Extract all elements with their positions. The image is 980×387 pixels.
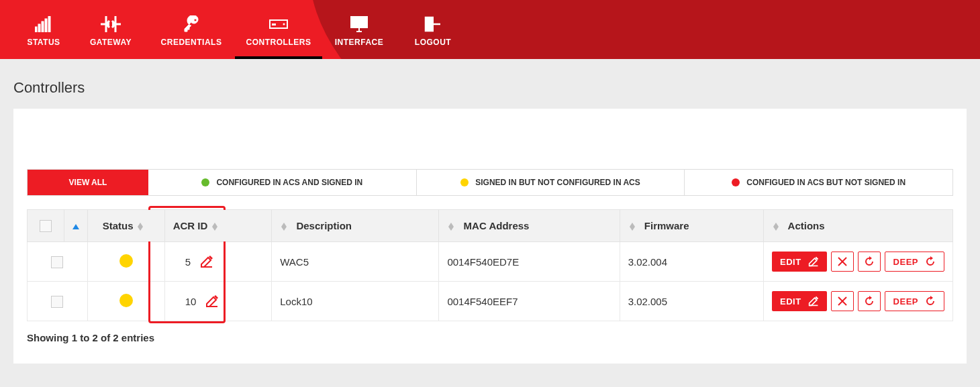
close-icon — [837, 296, 848, 307]
header-label: Firmware — [644, 220, 689, 231]
edit-acr-button[interactable] — [200, 255, 213, 268]
header-label: Actions — [788, 220, 825, 231]
nav-controllers[interactable]: CONTROLLERS — [235, 0, 322, 59]
bars-signal-icon — [35, 12, 52, 36]
nav-label: CONTROLLERS — [246, 38, 311, 47]
sort-icon — [138, 223, 143, 231]
edit-acr-button[interactable] — [205, 294, 219, 308]
table-row: 10 Lock10 0014F540EEF7 3.02.005 EDIT — [28, 282, 953, 321]
row-status-cell — [87, 282, 164, 321]
sort-asc-icon — [72, 224, 79, 229]
header-label: Description — [296, 220, 352, 231]
header-mac[interactable]: MAC Address — [439, 210, 620, 242]
svg-marker-39 — [869, 296, 872, 300]
row-status-cell — [87, 242, 164, 282]
header-firmware[interactable]: Firmware — [620, 210, 763, 242]
filter-signed-not-configured[interactable]: SIGNED IN BUT NOT CONFIGURED IN ACS — [417, 170, 685, 195]
checkbox-icon — [51, 296, 63, 308]
nav-status[interactable]: STATUS — [13, 0, 74, 59]
edit-button[interactable]: EDIT — [772, 291, 827, 311]
nav-credentials[interactable]: CREDENTIALS — [148, 0, 235, 59]
svg-marker-16 — [72, 224, 79, 229]
sort-icon — [448, 223, 454, 231]
filter-configured-not-signed[interactable]: CONFIGUED IN ACS BUT NOT SIGNED IN — [685, 170, 952, 195]
nav-logout[interactable]: LOGOUT — [396, 0, 470, 59]
header-label: MAC Address — [464, 220, 530, 231]
row-acr-cell: 10 — [164, 282, 272, 321]
row-firmware: 3.02.004 — [620, 242, 763, 282]
button-label: EDIT — [780, 257, 801, 267]
header-label: Status — [103, 220, 134, 231]
header-description[interactable]: Description — [272, 210, 439, 242]
svg-marker-34 — [930, 256, 933, 260]
row-actions: EDIT DEEP — [763, 242, 952, 282]
svg-marker-24 — [448, 227, 454, 231]
controllers-table: Status ACR ID Description MAC Address — [27, 209, 953, 321]
delete-button[interactable] — [831, 291, 854, 311]
top-nav: STATUS GATEWAY CREDENTIALS CONTROLLERS I… — [0, 0, 980, 59]
svg-rect-10 — [272, 23, 276, 25]
svg-rect-2 — [42, 21, 44, 32]
restart-icon — [864, 296, 875, 307]
restart-icon — [864, 256, 875, 267]
header-checkbox[interactable] — [28, 210, 64, 242]
gateway-icon — [101, 12, 121, 36]
showing-entries: Showing 1 to 2 of 2 entries — [27, 332, 953, 343]
dot-green-icon — [201, 178, 209, 186]
row-firmware: 3.02.005 — [620, 282, 763, 321]
delete-button[interactable] — [831, 252, 854, 272]
nav-label: INTERFACE — [335, 38, 384, 47]
header-sort-indicator[interactable] — [64, 210, 87, 242]
sort-icon — [212, 223, 217, 231]
nav-gateway[interactable]: GATEWAY — [74, 0, 148, 59]
svg-point-11 — [283, 23, 285, 25]
svg-rect-12 — [351, 17, 367, 27]
filter-configured-signed-in[interactable]: CONFIGURED IN ACS AND SIGNED IN — [148, 170, 417, 195]
row-checkbox-cell[interactable] — [28, 282, 88, 321]
status-dot-yellow-icon — [119, 254, 133, 268]
filter-label: CONFIGURED IN ACS AND SIGNED IN — [216, 178, 362, 187]
svg-marker-18 — [138, 227, 143, 231]
restart-icon — [925, 296, 936, 307]
row-mac: 0014F540EEF7 — [439, 282, 620, 321]
dot-yellow-icon — [460, 178, 469, 186]
pencil-icon — [808, 296, 819, 307]
restart-button[interactable] — [858, 252, 881, 272]
page-title: Controllers — [0, 59, 980, 109]
filter-tabs: VIEW ALL CONFIGURED IN ACS AND SIGNED IN… — [27, 169, 953, 196]
deep-button[interactable]: DEEP — [885, 291, 944, 311]
restart-button[interactable] — [858, 291, 881, 311]
svg-rect-1 — [38, 24, 40, 32]
nav-label: STATUS — [27, 38, 60, 47]
row-checkbox-cell[interactable] — [28, 242, 88, 282]
table-row: 5 WAC5 0014F540ED7E 3.02.004 EDIT — [28, 242, 953, 282]
filter-label: VIEW ALL — [69, 178, 107, 187]
svg-marker-26 — [630, 227, 635, 231]
svg-marker-33 — [869, 256, 872, 260]
svg-marker-22 — [281, 227, 287, 231]
svg-rect-0 — [35, 27, 37, 32]
header-actions: Actions — [763, 210, 952, 242]
row-mac: 0014F540ED7E — [439, 242, 620, 282]
header-label: ACR ID — [173, 220, 208, 231]
header-acr-id[interactable]: ACR ID — [164, 210, 272, 242]
sort-icon — [630, 223, 635, 231]
row-description: Lock10 — [272, 282, 439, 321]
nav-label: LOGOUT — [415, 38, 451, 47]
button-label: DEEP — [893, 257, 918, 267]
close-icon — [837, 256, 848, 267]
edit-button[interactable]: EDIT — [772, 252, 827, 272]
nav-interface[interactable]: INTERFACE — [322, 0, 396, 59]
acr-id-value: 5 — [185, 256, 191, 268]
row-actions: EDIT DEEP — [763, 282, 952, 321]
controller-icon — [269, 12, 288, 36]
header-status[interactable]: Status — [87, 210, 164, 242]
filter-label: CONFIGUED IN ACS BUT NOT SIGNED IN — [746, 178, 905, 187]
dot-red-icon — [732, 178, 740, 186]
row-description: WAC5 — [272, 242, 439, 282]
row-acr-cell: 5 — [164, 242, 272, 282]
filter-view-all[interactable]: VIEW ALL — [28, 170, 148, 195]
deep-button[interactable]: DEEP — [885, 252, 944, 272]
main-panel: VIEW ALL CONFIGURED IN ACS AND SIGNED IN… — [13, 109, 967, 364]
svg-rect-4 — [48, 16, 50, 32]
